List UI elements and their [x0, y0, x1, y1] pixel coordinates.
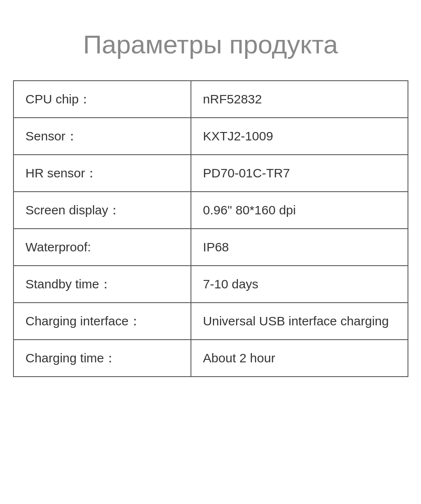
spec-label: Standby time： — [13, 266, 191, 303]
spec-value: nRF52832 — [191, 81, 408, 118]
spec-label: Waterproof: — [13, 229, 191, 266]
specs-table: CPU chip：nRF52832Sensor：KXTJ2-1009HR sen… — [13, 80, 408, 377]
table-row: Charging interface：Universal USB interfa… — [13, 303, 408, 340]
spec-value: PD70-01C-TR7 — [191, 155, 408, 192]
spec-label: Charging interface： — [13, 303, 191, 340]
spec-label: HR sensor： — [13, 155, 191, 192]
spec-value: KXTJ2-1009 — [191, 118, 408, 155]
table-row: HR sensor：PD70-01C-TR7 — [13, 155, 408, 192]
table-row: Standby time：7-10 days — [13, 266, 408, 303]
spec-label: Charging time： — [13, 340, 191, 377]
spec-label: Sensor： — [13, 118, 191, 155]
table-row: Screen display：0.96" 80*160 dpi — [13, 192, 408, 229]
spec-value: Universal USB interface charging — [191, 303, 408, 340]
spec-value: About 2 hour — [191, 340, 408, 377]
spec-value: 7-10 days — [191, 266, 408, 303]
page-title: Параметры продукта — [13, 29, 408, 59]
spec-value: IP68 — [191, 229, 408, 266]
spec-label: Screen display： — [13, 192, 191, 229]
table-row: Charging time：About 2 hour — [13, 340, 408, 377]
spec-label: CPU chip： — [13, 81, 191, 118]
table-row: CPU chip：nRF52832 — [13, 81, 408, 118]
spec-value: 0.96" 80*160 dpi — [191, 192, 408, 229]
table-row: Waterproof:IP68 — [13, 229, 408, 266]
table-row: Sensor：KXTJ2-1009 — [13, 118, 408, 155]
